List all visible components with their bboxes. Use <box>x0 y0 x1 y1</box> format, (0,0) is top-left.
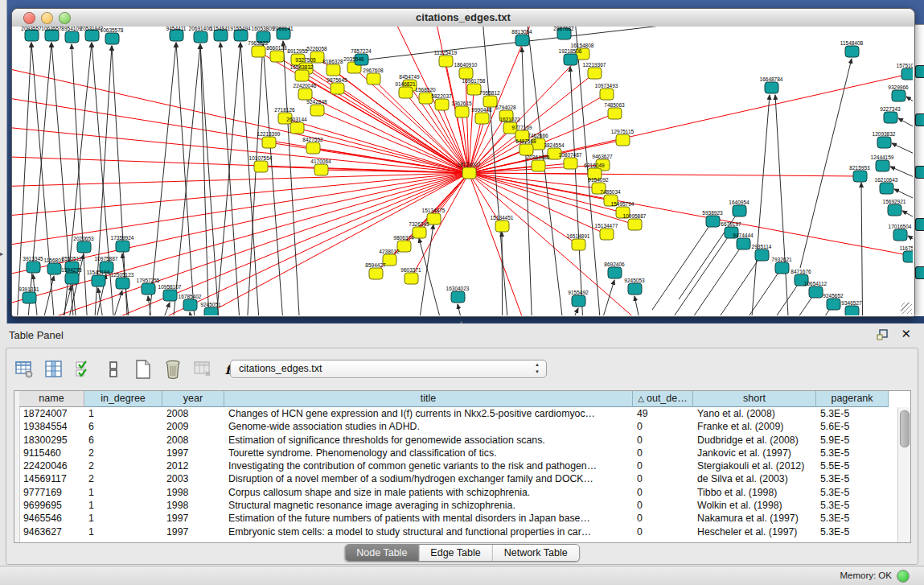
new-column-icon[interactable] <box>133 359 153 380</box>
column-header-out_de[interactable]: △out_de… <box>633 391 693 407</box>
graph-node[interactable] <box>628 283 642 295</box>
graph-node[interactable] <box>608 108 622 119</box>
graph-node[interactable] <box>77 241 91 253</box>
graph-node[interactable] <box>884 112 897 123</box>
graph-node[interactable] <box>880 183 893 194</box>
scrollbar-thumb[interactable] <box>900 410 910 447</box>
table-row[interactable]: 946362711997Embryonic stem cells: a mode… <box>19 525 897 538</box>
tab-network-table[interactable]: Network Table <box>493 545 579 561</box>
vertical-scrollbar[interactable] <box>897 407 910 542</box>
graph-node[interactable] <box>845 46 859 57</box>
graph-node[interactable] <box>572 239 585 250</box>
graph-node[interactable] <box>600 89 614 100</box>
select-rows-icon[interactable] <box>74 359 93 380</box>
graph-node[interactable] <box>733 205 746 216</box>
graph-node[interactable] <box>262 137 276 148</box>
graph-node[interactable] <box>616 134 630 146</box>
graph-node[interactable] <box>295 70 309 81</box>
graph-node[interactable] <box>775 262 789 274</box>
network-canvas[interactable]: 7963822866012889129555226058932750581863… <box>12 27 914 316</box>
collapsed-control-panel-strip[interactable]: ▸ <box>0 0 7 323</box>
graph-node[interactable] <box>888 204 901 216</box>
tab-edge-table[interactable]: Edge Table <box>419 545 492 561</box>
table-options-icon[interactable] <box>14 359 34 380</box>
graph-node[interactable] <box>204 307 218 315</box>
graph-node[interactable] <box>413 227 426 238</box>
graph-node[interactable] <box>564 54 577 65</box>
table-row[interactable]: 1872400712008Changes of HCN gene express… <box>19 407 897 420</box>
graph-node[interactable] <box>564 158 577 169</box>
table-row[interactable]: 911546021997Tourette syndrome. Phenomeno… <box>19 447 897 459</box>
graph-node[interactable] <box>405 273 418 284</box>
delete-table-icon[interactable] <box>193 359 212 380</box>
expand-panel-arrow-icon[interactable]: ▸ <box>0 251 3 257</box>
graph-node[interactable] <box>27 262 40 273</box>
table-row[interactable]: 1938455462009Genome-wide association stu… <box>19 420 897 433</box>
table-row[interactable]: 1456911722003Disruption of a novel membe… <box>19 472 897 485</box>
graph-node[interactable] <box>85 30 99 41</box>
memory-ok-indicator-icon[interactable] <box>897 570 910 583</box>
graph-node[interactable] <box>903 251 913 262</box>
graph-node[interactable] <box>194 31 207 43</box>
graph-node[interactable] <box>116 241 129 252</box>
graph-node[interactable] <box>809 286 823 298</box>
graph-node[interactable] <box>827 299 840 310</box>
table-row[interactable]: 1830029562008Estimation of significance … <box>19 434 897 447</box>
graph-node[interactable] <box>532 160 545 171</box>
graph-node[interactable] <box>628 219 642 230</box>
graph-node[interactable] <box>600 229 614 240</box>
table-row[interactable]: 946554611997Estimation of the future num… <box>19 512 897 525</box>
graph-node[interactable] <box>163 290 177 301</box>
graph-node[interactable] <box>439 56 453 67</box>
graph-node[interactable] <box>608 267 622 278</box>
graph-node[interactable] <box>306 142 320 154</box>
column-header-year[interactable]: year <box>162 391 224 407</box>
graph-node[interactable] <box>706 216 720 227</box>
column-header-title[interactable]: title <box>224 391 633 407</box>
graph-node[interactable] <box>23 292 36 303</box>
graph-node[interactable] <box>254 161 268 172</box>
graph-node[interactable] <box>214 30 228 41</box>
graph-node[interactable] <box>170 30 183 41</box>
graph-node[interactable] <box>737 238 750 249</box>
graph-node[interactable] <box>369 268 383 279</box>
graph-node[interactable] <box>326 64 340 76</box>
graph-node[interactable] <box>588 68 602 79</box>
graph-node[interactable] <box>25 30 39 41</box>
graph-node[interactable] <box>892 90 906 101</box>
graph-node[interactable] <box>845 306 859 315</box>
column-header-name[interactable]: name <box>19 391 84 407</box>
table-row[interactable]: 977716911998Corpus callosum shape and si… <box>19 486 897 499</box>
graph-node[interactable] <box>65 31 79 43</box>
tab-node-table[interactable]: Node Table <box>345 545 419 561</box>
graph-node[interactable] <box>877 137 891 148</box>
graph-node[interactable] <box>399 87 413 98</box>
graph-node[interactable] <box>252 46 265 57</box>
graph-node[interactable] <box>451 291 465 303</box>
table-row[interactable]: 969969511998Structural magnetic resonanc… <box>19 499 897 512</box>
graph-node[interactable] <box>495 220 509 232</box>
graph-node[interactable] <box>462 167 476 179</box>
column-header-pagerank[interactable]: pagerank <box>816 391 889 407</box>
network-window-titlebar[interactable]: citations_edges.txt <box>12 9 914 27</box>
delete-column-icon[interactable] <box>163 359 183 380</box>
graph-node[interactable] <box>755 249 769 261</box>
graph-node[interactable] <box>290 122 304 134</box>
graph-node[interactable] <box>142 283 155 295</box>
graph-node[interactable] <box>234 30 248 41</box>
graph-node[interactable] <box>45 30 59 41</box>
close-panel-icon[interactable]: ✕ <box>901 327 911 341</box>
graph-node[interactable] <box>116 278 129 289</box>
graph-node[interactable] <box>310 105 324 116</box>
column-header-in_degree[interactable]: in_degree <box>84 391 162 407</box>
table-chooser-combo[interactable]: citations_edges.txt ▲▼ <box>230 360 547 378</box>
table-row[interactable]: 2242004622012Investigating the contribut… <box>19 459 897 472</box>
graph-node[interactable] <box>765 82 778 93</box>
graph-node[interactable] <box>92 275 105 286</box>
graph-node[interactable] <box>876 160 889 171</box>
graph-node[interactable] <box>47 263 61 274</box>
graph-node[interactable] <box>183 299 197 311</box>
graph-node[interactable] <box>105 33 119 44</box>
graph-node[interactable] <box>515 35 529 46</box>
float-window-icon[interactable] <box>876 328 889 341</box>
